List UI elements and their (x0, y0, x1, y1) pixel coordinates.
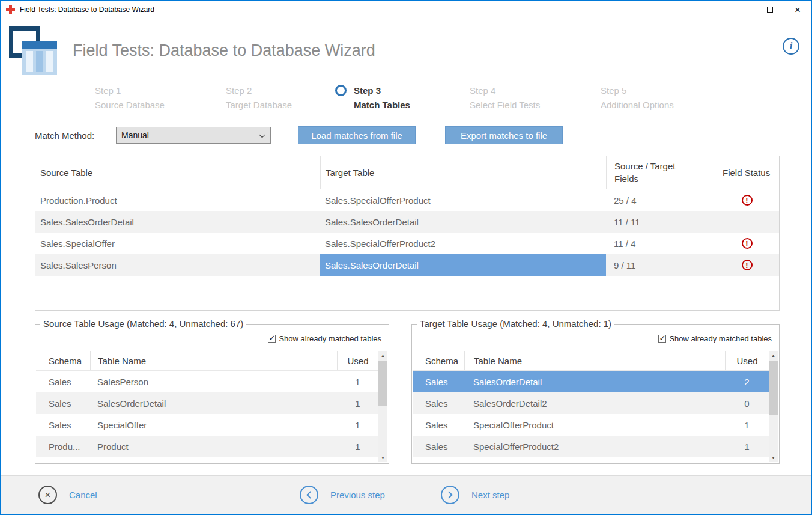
minimize-button[interactable] (729, 1, 756, 19)
info-icon[interactable]: i (783, 38, 799, 55)
match-method-dropdown[interactable]: Manual (116, 127, 271, 144)
list-item-selected[interactable]: Sales SalesOrderDetail 2 (413, 371, 769, 392)
field-status-cell (715, 233, 779, 254)
schema-cell: Sales (413, 371, 464, 392)
column-header-source-table[interactable]: Source Table (35, 156, 320, 189)
column-header-schema[interactable]: Schema (413, 351, 464, 370)
table-row[interactable]: Sales.SalesPerson Sales.SalesOrderDetail… (35, 254, 779, 276)
scrollbar-thumb[interactable] (769, 361, 778, 415)
list-item[interactable]: Sales SpecialOffer 1 (36, 414, 378, 436)
previous-step-button[interactable]: Previous step (300, 476, 385, 514)
scroll-up-icon[interactable]: ▲ (769, 351, 778, 360)
column-header-schema[interactable]: Schema (36, 351, 90, 370)
target-table-cell[interactable]: Sales.SpecialOfferProduct (320, 189, 606, 211)
chevron-down-icon (259, 132, 265, 138)
next-step-button[interactable]: Next step (441, 476, 509, 514)
used-cell: 1 (337, 371, 378, 392)
table-row[interactable]: Sales.SpecialOffer Sales.SpecialOfferPro… (35, 233, 779, 254)
cancel-label: Cancel (69, 490, 97, 500)
show-matched-tables-target[interactable]: Show already matched tables (658, 334, 772, 343)
source-usage-scrollbar[interactable]: ▲ ▼ (378, 351, 387, 462)
error-status-icon (742, 195, 753, 206)
used-cell: 1 (725, 414, 769, 436)
column-header-table-name[interactable]: Table Name (464, 351, 725, 370)
step-2-target-database[interactable]: Step 2 Target Database (226, 84, 292, 112)
close-icon: × (795, 5, 801, 15)
source-table-cell[interactable]: Sales.SalesPerson (35, 254, 320, 276)
scroll-down-icon[interactable]: ▼ (378, 453, 387, 462)
source-usage-table: Schema Table Name Used Sales SalesPerson… (36, 351, 378, 457)
target-table-cell[interactable]: Sales.SpecialOfferProduct2 (320, 233, 606, 254)
load-matches-button[interactable]: Load matches from file (298, 126, 416, 144)
footer-bar: × Cancel Previous step Next step (1, 475, 811, 514)
table-name-cell: Product (90, 436, 337, 457)
match-method-label: Match Method: (35, 130, 94, 141)
list-item[interactable]: Sales SalesOrderDetail 1 (36, 392, 378, 414)
schema-cell: Produ... (36, 436, 90, 457)
previous-step-label: Previous step (330, 490, 385, 500)
fields-count-cell: 25 / 4 (606, 189, 715, 211)
scrollbar-thumb[interactable] (378, 361, 387, 406)
app-logo-icon (6, 5, 15, 14)
export-matches-button[interactable]: Export matches to file (445, 126, 563, 144)
target-table-cell-selected[interactable]: Sales.SalesOrderDetail (320, 254, 606, 276)
field-status-cell (715, 211, 779, 233)
target-usage-scrollbar[interactable]: ▲ ▼ (769, 351, 778, 462)
target-table-cell[interactable]: Sales.SalesOrderDetail (320, 211, 606, 233)
source-table-cell[interactable]: Production.Product (35, 189, 320, 211)
used-cell: 2 (725, 371, 769, 392)
step-sublabel: Additional Options (601, 98, 674, 112)
table-name-cell: SpecialOffer (90, 414, 337, 436)
window-controls: × (729, 1, 811, 19)
match-table: Source Table Target Table Source / Targe… (35, 156, 780, 311)
checkbox-icon[interactable] (268, 335, 276, 343)
chevron-right-icon (441, 486, 459, 504)
step-sublabel: Select Field Tests (470, 98, 540, 112)
used-cell: 1 (337, 414, 378, 436)
step-label: Step 2 (226, 84, 292, 98)
list-item[interactable]: Sales SalesOrderDetail2 0 (413, 392, 769, 414)
column-header-used[interactable]: Used (337, 351, 378, 370)
schema-cell: Sales (36, 371, 90, 392)
minimize-icon (739, 10, 746, 10)
show-matched-tables-source[interactable]: Show already matched tables (268, 334, 381, 343)
cancel-button[interactable]: × Cancel (38, 476, 97, 514)
list-item[interactable]: Sales SalesPerson 1 (36, 371, 378, 392)
step-5-additional-options[interactable]: Step 5 Additional Options (601, 84, 674, 112)
cancel-circle-icon: × (38, 486, 57, 504)
column-header-used[interactable]: Used (725, 351, 769, 370)
error-status-icon (742, 260, 753, 270)
source-table-cell[interactable]: Sales.SpecialOffer (35, 233, 320, 254)
scroll-down-icon[interactable]: ▼ (769, 453, 778, 462)
target-usage-table-header: Schema Table Name Used (413, 351, 769, 371)
fields-count-cell: 9 / 11 (606, 254, 715, 276)
table-name-cell: SalesOrderDetail (90, 392, 337, 414)
checkbox-icon[interactable] (658, 335, 666, 343)
table-row[interactable]: Sales.SalesOrderDetail Sales.SalesOrderD… (35, 211, 779, 233)
next-step-label: Next step (471, 490, 509, 500)
schema-cell: Sales (413, 414, 464, 436)
fields-count-cell: 11 / 4 (606, 233, 715, 254)
scroll-up-icon[interactable]: ▲ (378, 351, 387, 360)
list-item[interactable]: Sales SpecialOfferProduct 1 (413, 414, 769, 436)
column-header-table-name[interactable]: Table Name (90, 351, 337, 370)
column-header-target-table[interactable]: Target Table (320, 156, 606, 189)
list-item[interactable]: Produ... Product 1 (36, 436, 378, 457)
error-status-icon (742, 238, 753, 249)
source-table-cell[interactable]: Sales.SalesOrderDetail (35, 211, 320, 233)
step-3-match-tables[interactable]: Step 3 Match Tables (354, 84, 410, 112)
page-title: Field Tests: Database to Database Wizard (73, 41, 375, 60)
target-usage-title: Target Table Usage (Matched: 4, Unmatche… (417, 318, 614, 329)
close-button[interactable]: × (784, 1, 811, 19)
target-usage-table: Schema Table Name Used Sales SalesOrderD… (413, 351, 769, 457)
schema-cell: Sales (36, 414, 90, 436)
list-item[interactable]: Sales SpecialOfferProduct2 1 (413, 436, 769, 457)
match-method-value: Manual (121, 130, 149, 140)
table-row[interactable]: Production.Product Sales.SpecialOfferPro… (35, 189, 779, 211)
step-1-source-database[interactable]: Step 1 Source Database (95, 84, 165, 112)
step-4-select-field-tests[interactable]: Step 4 Select Field Tests (470, 84, 540, 112)
table-name-cell: SpecialOfferProduct2 (464, 436, 725, 457)
column-header-field-status[interactable]: Field Status (715, 156, 779, 189)
maximize-button[interactable] (756, 1, 784, 19)
column-header-source-target-fields[interactable]: Source / Target Fields (606, 156, 715, 189)
